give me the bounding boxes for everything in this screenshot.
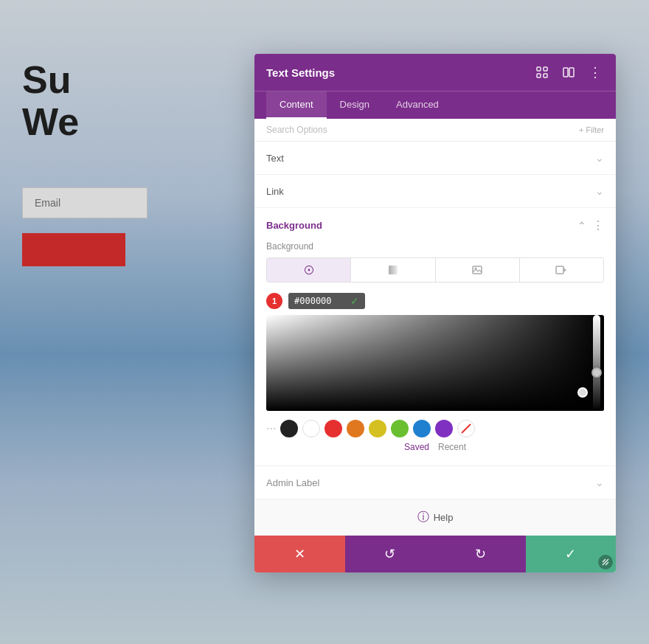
svg-rect-0 xyxy=(537,67,541,71)
header-icons: ⋮ xyxy=(533,63,604,81)
cancel-icon: ✕ xyxy=(294,546,305,562)
svg-rect-7 xyxy=(473,266,482,274)
cancel-button[interactable]: ✕ xyxy=(254,536,345,572)
link-label: Link xyxy=(266,186,284,197)
admin-label-section[interactable]: Admin Label ⌄ xyxy=(254,466,616,499)
hex-input[interactable] xyxy=(294,296,346,306)
swatch-purple[interactable] xyxy=(435,420,453,437)
hue-slider-track[interactable] xyxy=(593,315,600,411)
search-options-bar: Search Options + Filter xyxy=(254,119,616,142)
text-label: Text xyxy=(266,153,284,164)
swatch-blue[interactable] xyxy=(413,420,431,437)
fullscreen-icon[interactable] xyxy=(533,63,551,81)
swatch-yellow[interactable] xyxy=(369,420,386,437)
resize-corner-icon[interactable] xyxy=(598,555,613,569)
swatch-green[interactable] xyxy=(391,420,409,437)
bg-label: Background xyxy=(266,241,604,252)
color-gradient-area[interactable] xyxy=(266,315,604,411)
link-chevron-icon: ⌄ xyxy=(595,185,604,197)
background-section: Background ⌃ ⋮ Background xyxy=(254,208,616,466)
gradient-dark xyxy=(266,315,604,411)
saved-button[interactable]: Saved xyxy=(404,442,429,452)
hex-check-icon[interactable]: ✓ xyxy=(350,295,359,307)
redo-icon: ↻ xyxy=(475,546,486,562)
bg-section-icons: ⌃ ⋮ xyxy=(577,218,604,232)
help-text: Help xyxy=(434,512,454,523)
color-hex-row: 1 ✓ xyxy=(266,293,604,309)
bg-type-gradient[interactable] xyxy=(351,258,435,282)
swatch-white[interactable] xyxy=(302,420,320,437)
svg-rect-4 xyxy=(563,68,568,77)
bg-section-header: Background ⌃ ⋮ xyxy=(266,218,604,232)
split-icon[interactable] xyxy=(560,63,577,81)
undo-button[interactable]: ↺ xyxy=(345,536,436,572)
text-section[interactable]: Text ⌄ xyxy=(254,142,616,175)
svg-marker-10 xyxy=(563,268,566,272)
link-section[interactable]: Link ⌄ xyxy=(254,175,616,208)
panel-tabs: Content Design Advanced xyxy=(254,91,616,119)
hue-slider-thumb[interactable] xyxy=(591,367,602,378)
swatch-none[interactable] xyxy=(457,420,475,437)
text-chevron-icon: ⌄ xyxy=(595,152,604,164)
tab-advanced[interactable]: Advanced xyxy=(383,91,452,119)
color-number-badge: 1 xyxy=(266,293,282,309)
saved-recent-row: Saved Recent xyxy=(266,442,604,452)
hue-slider-wrapper[interactable] xyxy=(589,315,604,411)
svg-rect-9 xyxy=(556,266,563,274)
svg-line-11 xyxy=(462,424,471,433)
bg-section-title: Background xyxy=(266,220,322,231)
admin-label-text: Admin Label xyxy=(266,477,319,488)
bg-type-color[interactable] xyxy=(267,258,351,282)
filter-label: + Filter xyxy=(579,125,604,134)
more-options-icon[interactable]: ⋮ xyxy=(586,63,604,81)
bg-type-video[interactable] xyxy=(520,258,603,282)
svg-rect-6 xyxy=(389,266,398,274)
bg-collapse-icon[interactable]: ⌃ xyxy=(577,220,586,232)
redo-button[interactable]: ↻ xyxy=(435,536,526,572)
swatches-more-button[interactable]: ··· xyxy=(266,422,276,435)
svg-rect-1 xyxy=(544,67,547,71)
swatch-orange[interactable] xyxy=(347,420,364,437)
color-picker: 1 ✓ xyxy=(266,293,604,452)
swatch-black[interactable] xyxy=(280,420,298,437)
gradient-handle[interactable] xyxy=(577,387,588,398)
tab-content[interactable]: Content xyxy=(266,91,327,119)
panel-header: Text Settings ⋮ xyxy=(254,54,616,91)
svg-rect-2 xyxy=(537,74,541,77)
undo-icon: ↺ xyxy=(384,546,395,562)
help-row[interactable]: ⓘ Help xyxy=(254,499,616,536)
help-icon: ⓘ xyxy=(417,510,429,525)
panel-title: Text Settings xyxy=(266,66,335,79)
hex-input-wrapper: ✓ xyxy=(288,293,365,309)
admin-label-chevron-icon: ⌄ xyxy=(595,477,604,488)
bg-more-icon[interactable]: ⋮ xyxy=(592,218,604,232)
search-options-label: Search Options xyxy=(266,125,327,135)
recent-button[interactable]: Recent xyxy=(438,442,466,452)
panel-footer: ✕ ↺ ↻ ✓ xyxy=(254,536,616,572)
filter-button[interactable]: + Filter xyxy=(579,125,604,134)
swatches-row: ··· xyxy=(266,420,604,437)
swatch-red[interactable] xyxy=(324,420,342,437)
bg-type-image[interactable] xyxy=(436,258,520,282)
svg-rect-5 xyxy=(569,68,574,77)
settings-panel: Text Settings ⋮ Content xyxy=(254,54,616,572)
gradient-canvas-wrapper[interactable] xyxy=(266,315,604,411)
panel-body: Search Options + Filter Text ⌄ Link ⌄ Ba… xyxy=(254,119,616,536)
tab-design[interactable]: Design xyxy=(327,91,383,119)
svg-rect-3 xyxy=(544,74,547,77)
bg-type-tabs xyxy=(266,257,604,283)
save-icon: ✓ xyxy=(565,546,576,562)
